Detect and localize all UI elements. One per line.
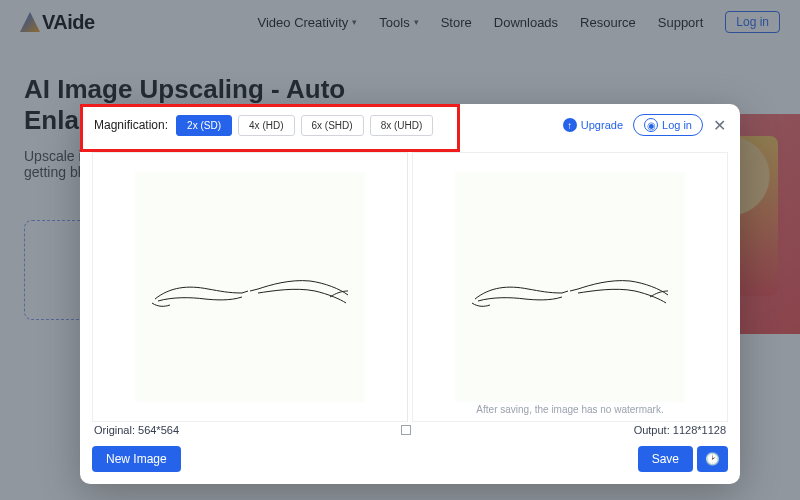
save-history-button[interactable]: 🕑 [697, 446, 728, 472]
compare-toggle-icon[interactable] [401, 425, 411, 435]
clock-icon: 🕑 [705, 452, 720, 466]
upgrade-button[interactable]: ↑ Upgrade [563, 118, 623, 132]
dialog-body: After saving, the image has no watermark… [80, 146, 740, 422]
watermark-note: After saving, the image has no watermark… [413, 404, 727, 415]
magnification-label: Magnification: [94, 118, 168, 132]
original-panel [92, 152, 408, 422]
dialog-meta: Original: 564*564 Output: 1128*1128 [80, 422, 740, 440]
output-dimensions: Output: 1128*1128 [634, 424, 726, 436]
magnification-options: 2x (SD) 4x (HD) 6x (SHD) 8x (UHD) [176, 115, 433, 136]
save-button[interactable]: Save [638, 446, 693, 472]
user-icon: ◉ [644, 118, 658, 132]
original-dimensions: Original: 564*564 [94, 424, 179, 436]
output-panel: After saving, the image has no watermark… [412, 152, 728, 422]
close-icon[interactable]: ✕ [713, 116, 726, 135]
mag-option-8x[interactable]: 8x (UHD) [370, 115, 434, 136]
upgrade-icon: ↑ [563, 118, 577, 132]
dialog-footer: New Image Save 🕑 [80, 440, 740, 484]
upscale-dialog: Magnification: 2x (SD) 4x (HD) 6x (SHD) … [80, 104, 740, 484]
mag-option-6x[interactable]: 6x (SHD) [301, 115, 364, 136]
dialog-header: Magnification: 2x (SD) 4x (HD) 6x (SHD) … [80, 104, 740, 146]
new-image-button[interactable]: New Image [92, 446, 181, 472]
original-image [135, 172, 365, 402]
mag-option-2x[interactable]: 2x (SD) [176, 115, 232, 136]
dialog-login-button[interactable]: ◉ Log in [633, 114, 703, 136]
magnification-control: Magnification: 2x (SD) 4x (HD) 6x (SHD) … [94, 115, 433, 136]
output-image [455, 172, 685, 402]
hands-artwork-icon [470, 257, 670, 317]
mag-option-4x[interactable]: 4x (HD) [238, 115, 294, 136]
hands-artwork-icon [150, 257, 350, 317]
